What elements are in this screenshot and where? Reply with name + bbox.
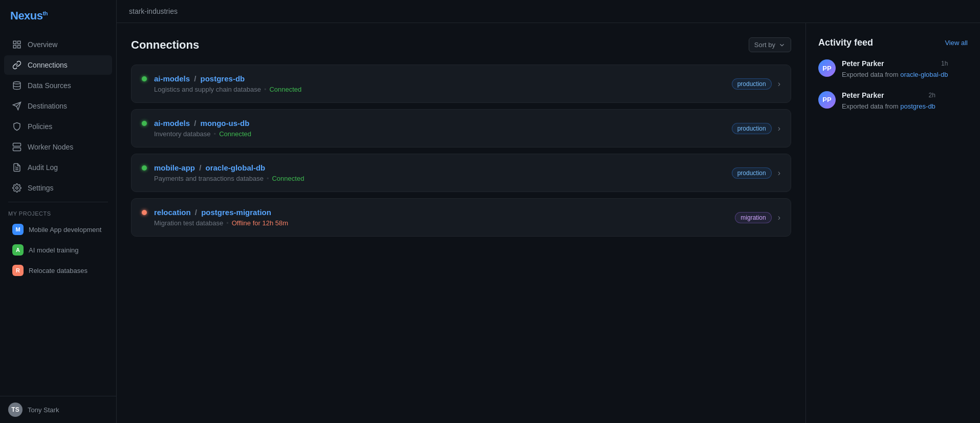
project-item-relocate-db[interactable]: R Relocate databases (4, 261, 112, 280)
svg-rect-1 (18, 41, 20, 44)
sidebar-item-worker-nodes[interactable]: Worker Nodes (4, 137, 112, 157)
connections-panel: Connections Sort by ai-models / (117, 23, 806, 423)
link-icon (12, 60, 21, 70)
activity-top-2: Peter Parker 2h (842, 91, 935, 99)
card-sep: / (194, 74, 196, 83)
sidebar-item-label: Settings (28, 184, 54, 192)
app-logo: Nexusth (0, 0, 116, 30)
sidebar: Nexusth Overview Connections Data Source… (0, 0, 117, 423)
card-source: relocation (154, 208, 191, 217)
activity-user-2: Peter Parker (842, 91, 884, 99)
avatar: TS (8, 403, 23, 417)
card-path-2: ai-models / mongo-us-db (154, 119, 251, 128)
project-avatar-m: M (12, 224, 24, 235)
connection-card-4[interactable]: relocation / postgres-migration Migratio… (131, 198, 791, 237)
project-label: AI model training (29, 246, 79, 254)
settings-icon (12, 183, 21, 193)
activity-avatar-1: PP (818, 59, 836, 77)
org-name: stark-industries (129, 7, 178, 15)
server-icon (12, 142, 21, 152)
card-status: Offline for 12h 58m (232, 219, 288, 227)
card-desc-2: Inventory database • Connected (154, 130, 251, 138)
project-item-mobile-app[interactable]: M Mobile App development (4, 220, 112, 239)
connection-card-2[interactable]: ai-models / mongo-us-db Inventory databa… (131, 109, 791, 147)
card-desc-4: Migration test database • Offline for 12… (154, 219, 288, 227)
activity-time-2: 2h (928, 92, 935, 99)
content-area: Connections Sort by ai-models / (117, 23, 980, 423)
activity-text-2: Exported data from postgres-db (842, 101, 935, 112)
svg-point-13 (16, 187, 18, 189)
card-dest: postgres-migration (201, 208, 271, 217)
card-dest: mongo-us-db (201, 119, 250, 128)
sidebar-item-audit-log[interactable]: Audit Log (4, 158, 112, 177)
database-icon (12, 81, 21, 90)
card-sep: / (194, 119, 196, 128)
card-source: ai-models (154, 119, 190, 128)
card-desc-1: Logistics and supply chain database • Co… (154, 86, 301, 93)
card-right-4: migration › (735, 212, 780, 223)
connection-card-1[interactable]: ai-models / postgres-db Logistics and su… (131, 65, 791, 103)
card-status: Connected (219, 130, 251, 138)
topbar: stark-industries (117, 0, 980, 23)
card-description: Logistics and supply chain database (154, 86, 261, 93)
sidebar-item-settings[interactable]: Settings (4, 178, 112, 198)
chevron-right-icon-3: › (778, 168, 780, 178)
sidebar-item-overview[interactable]: Overview (4, 35, 112, 54)
sidebar-item-connections[interactable]: Connections (4, 55, 112, 75)
status-dot-offline-4 (142, 210, 147, 215)
app-name: Nexus (10, 9, 43, 22)
card-dest: oracle-global-db (206, 163, 266, 172)
sidebar-item-label: Connections (28, 61, 68, 69)
badge-production-3: production (732, 167, 772, 179)
view-all-link[interactable]: View all (945, 39, 968, 47)
activity-content-2: Peter Parker 2h Exported data from postg… (842, 91, 935, 112)
user-profile[interactable]: TS Tony Stark (0, 396, 116, 423)
badge-production-1: production (732, 78, 772, 90)
sidebar-item-label: Overview (28, 40, 57, 49)
shield-icon (12, 122, 21, 131)
svg-rect-2 (13, 46, 16, 48)
connections-title: Connections (131, 38, 199, 52)
file-text-icon (12, 163, 21, 172)
card-left-1: ai-models / postgres-db Logistics and su… (142, 74, 301, 93)
connection-card-3[interactable]: mobile-app / oracle-global-db Payments a… (131, 154, 791, 192)
svg-rect-3 (18, 46, 20, 48)
activity-item-1: PP Peter Parker 1h Exported data from or… (818, 59, 968, 80)
activity-user-1: Peter Parker (842, 59, 884, 68)
activity-feed-title: Activity feed (818, 37, 873, 48)
activity-highlight-1: oracle-global-db (900, 71, 948, 78)
project-label: Mobile App development (29, 226, 101, 234)
card-info-1: ai-models / postgres-db Logistics and su… (154, 74, 301, 93)
project-item-ai-model[interactable]: A AI model training (4, 240, 112, 260)
sort-by-button[interactable]: Sort by (749, 37, 791, 52)
chevron-right-icon-2: › (778, 124, 780, 133)
sidebar-item-policies[interactable]: Policies (4, 117, 112, 136)
card-left-4: relocation / postgres-migration Migratio… (142, 208, 288, 227)
sidebar-nav: Overview Connections Data Sources Destin… (0, 30, 116, 396)
activity-time-1: 1h (941, 60, 948, 67)
sidebar-item-label: Worker Nodes (28, 143, 73, 151)
sidebar-item-destinations[interactable]: Destinations (4, 96, 112, 116)
activity-avatar-2: PP (818, 91, 836, 109)
card-sep: / (199, 163, 201, 172)
chevron-right-icon-4: › (778, 213, 780, 222)
status-dot-online-3 (142, 165, 147, 171)
svg-point-4 (13, 82, 20, 84)
my-projects-label: My projects (0, 206, 116, 219)
status-dot-online-2 (142, 121, 147, 126)
card-dest: postgres-db (201, 74, 245, 83)
project-avatar-r: R (12, 265, 24, 276)
card-path-1: ai-models / postgres-db (154, 74, 301, 83)
card-right-1: production › (732, 78, 780, 90)
card-source: ai-models (154, 74, 190, 83)
sidebar-item-label: Audit Log (28, 163, 58, 172)
sidebar-item-data-sources[interactable]: Data Sources (4, 76, 112, 95)
sidebar-item-label: Destinations (28, 102, 67, 110)
card-status: Connected (269, 86, 301, 93)
activity-content-1: Peter Parker 1h Exported data from oracl… (842, 59, 948, 80)
activity-highlight-2: postgres-db (900, 102, 935, 110)
badge-production-2: production (732, 123, 772, 134)
sidebar-item-label: Policies (28, 122, 52, 131)
grid-icon (12, 40, 21, 49)
main-content: stark-industries Connections Sort by (117, 0, 980, 423)
